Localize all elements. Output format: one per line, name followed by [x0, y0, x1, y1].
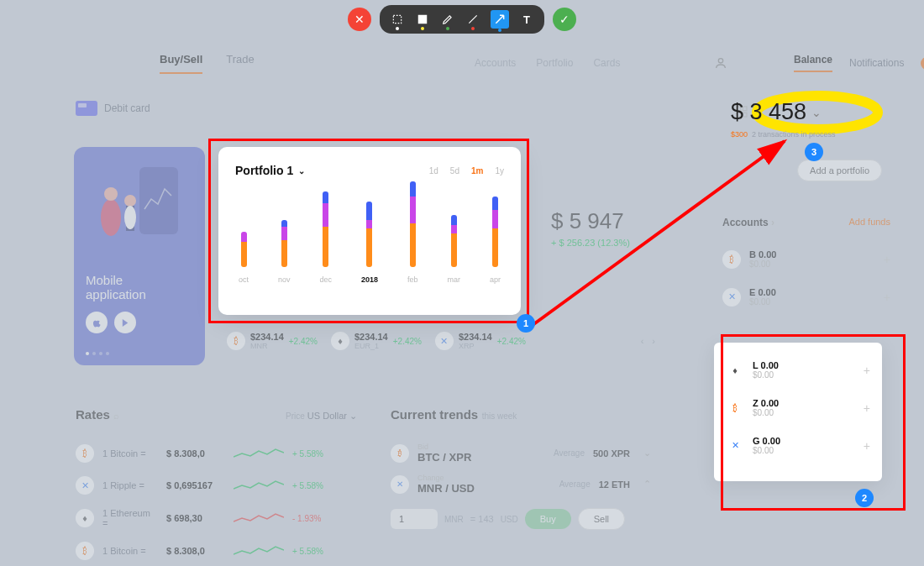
account-row[interactable]: ₿ Z 0.00$0.00 +	[726, 389, 870, 427]
ethereum-icon: ♦	[331, 332, 349, 350]
accounts-highlight-card: ♦ L 0.00$0.00 + ₿ Z 0.00$0.00 + ✕ G 0.00…	[714, 343, 882, 481]
btc-icon: ₿	[76, 542, 94, 560]
chevron-down-icon[interactable]: ⌄	[643, 448, 651, 459]
cancel-button[interactable]: ✕	[348, 8, 371, 31]
bar-chart: octnovdec2018febmarapr	[235, 187, 504, 284]
nav-cards[interactable]: Cards	[593, 57, 620, 69]
promo-text: Mobileapplication	[86, 273, 193, 301]
chevron-up-icon[interactable]: ⌃	[643, 479, 651, 490]
eth-icon: ♦	[76, 509, 94, 527]
bitcoin-icon: ₿	[391, 444, 409, 463]
notification-badge: 43	[921, 57, 924, 70]
svg-point-0	[718, 59, 722, 63]
range-1d[interactable]: 1d	[429, 166, 438, 176]
rip-icon: ✕	[76, 476, 94, 495]
annotation-badge-3: 3	[805, 143, 823, 161]
sell-button[interactable]: Sell	[578, 508, 625, 530]
rate-row[interactable]: ₿ 1 Bitcoin =$ 8.308,0 + 5.58%	[76, 535, 357, 566]
rates-title: Rates	[76, 407, 110, 422]
rates-currency-picker[interactable]: US Dollar	[307, 411, 347, 421]
account-row[interactable]: ₿ B 0.00$0.00 +	[722, 240, 890, 278]
annotation-toolbar: ✕ T ✓	[348, 5, 576, 34]
range-5d[interactable]: 5d	[450, 166, 459, 176]
balance-display: $ 3 458⌄ $300 2 transactions in process	[731, 99, 882, 139]
debit-label: Debit card	[104, 102, 150, 114]
tool-pill: T	[380, 5, 544, 34]
chevron-right-icon[interactable]: ›	[771, 217, 774, 228]
text-tool[interactable]: T	[519, 12, 534, 27]
nav-trade[interactable]: Trade	[226, 53, 254, 74]
plus-icon[interactable]: +	[864, 364, 870, 377]
trends-panel: Current trends this week ₿ BidBTC / XPR …	[391, 407, 651, 530]
btc-icon: ₿	[726, 399, 744, 417]
confirm-button[interactable]: ✓	[553, 8, 576, 31]
promo-card: Mobileapplication	[74, 147, 205, 365]
nav-secondary: Accounts Portfolio Cards	[475, 57, 620, 69]
play-store-icon[interactable]	[114, 312, 136, 333]
range-1y[interactable]: 1y	[495, 166, 504, 176]
rip-icon: ✕	[722, 288, 741, 307]
plus-icon[interactable]: +	[864, 401, 870, 415]
debit-card-chip[interactable]: Debit card	[76, 101, 150, 116]
account-row[interactable]: ♦ L 0.00$0.00 +	[726, 351, 870, 389]
ticker-item[interactable]: ₿ $234.14MNR +2.42%	[227, 332, 318, 350]
nav-notifications[interactable]: Notifications	[849, 57, 904, 69]
bitcoin-icon: ₿	[227, 332, 245, 350]
pen-tool[interactable]	[440, 12, 455, 27]
svg-rect-14	[418, 15, 428, 24]
svg-rect-13	[393, 15, 401, 23]
nav-primary: Buy/Sell Trade	[160, 53, 255, 74]
chevron-down-icon: ⌄	[298, 166, 305, 176]
plus-icon[interactable]: +	[884, 291, 890, 304]
selection-tool[interactable]	[390, 12, 405, 27]
portfolio-value: $ 5 947 + $ 256.23 (12.3%)	[551, 208, 630, 248]
ticker-nav[interactable]: ‹›	[641, 336, 655, 346]
arrow-tool[interactable]	[491, 10, 509, 29]
svg-point-7	[104, 187, 118, 201]
add-funds-link[interactable]: Add funds	[848, 217, 890, 228]
app-store-icon[interactable]	[86, 312, 108, 333]
rate-row[interactable]: ♦ 1 Ethereum =$ 698,30 - 1.93%	[76, 501, 357, 535]
user-icon[interactable]	[714, 56, 727, 70]
search-icon[interactable]: ⌕	[113, 411, 119, 421]
ticker-item[interactable]: ♦ $234.14EUR_1 +2.42%	[331, 332, 422, 350]
rate-row[interactable]: ₿ 1 Bitcoin =$ 8.308,0 + 5.58%	[76, 438, 357, 469]
ticker-item[interactable]: ✕ $234.14XRP +2.42%	[435, 332, 526, 350]
ripple-icon: ✕	[435, 332, 454, 350]
ripple-icon: ✕	[391, 475, 409, 494]
annotation-badge-2: 2	[855, 489, 874, 507]
add-portfolio-button[interactable]: Add a portfolio	[797, 160, 882, 181]
eth-icon: ♦	[726, 361, 744, 380]
nav-right: Balance Notifications 43	[794, 54, 924, 72]
line-tool[interactable]	[465, 12, 480, 27]
qty-input[interactable]: 1	[391, 509, 438, 529]
chevron-down-icon[interactable]: ⌄	[811, 106, 822, 119]
rect-tool[interactable]	[415, 12, 430, 27]
ticker-strip: ₿ $234.14MNR +2.42% ♦ $234.14EUR_1 +2.42…	[227, 326, 655, 356]
account-row[interactable]: ✕ E 0.00$0.00 +	[722, 278, 890, 316]
buy-button[interactable]: Buy	[525, 509, 571, 529]
svg-point-10	[124, 206, 136, 229]
rates-panel: Rates ⌕ Price US Dollar ⌄ ₿ 1 Bitcoin =$…	[76, 407, 357, 566]
rate-row[interactable]: ✕ 1 Ripple =$ 0,695167 + 5.58%	[76, 469, 357, 501]
nav-portfolio[interactable]: Portfolio	[536, 57, 573, 69]
account-row[interactable]: ✕ G 0.00$0.00 +	[726, 427, 870, 464]
plus-icon[interactable]: +	[884, 253, 890, 266]
accounts-panel: Accounts › Add funds ₿ B 0.00$0.00 + ✕ E…	[722, 217, 890, 316]
svg-point-6	[101, 199, 121, 236]
btc-icon: ₿	[722, 250, 741, 269]
btc-icon: ₿	[76, 444, 94, 463]
nav-balance[interactable]: Balance	[794, 54, 832, 72]
rip-icon: ✕	[726, 437, 744, 455]
annotation-badge-1: 1	[517, 314, 535, 333]
card-icon	[76, 101, 97, 116]
nav-buy-sell[interactable]: Buy/Sell	[160, 53, 202, 74]
portfolio-chart-card: Portfolio 1⌄ 1d5d1m1y octnovdec2018febma…	[218, 147, 521, 315]
plus-icon[interactable]: +	[864, 439, 870, 453]
promo-pager[interactable]	[86, 352, 109, 355]
svg-line-15	[469, 15, 476, 23]
portfolio-picker[interactable]: Portfolio 1⌄	[235, 164, 305, 177]
header: Buy/Sell Trade Accounts Portfolio Cards …	[0, 46, 924, 80]
range-1m[interactable]: 1m	[471, 166, 483, 176]
nav-accounts[interactable]: Accounts	[475, 57, 516, 69]
